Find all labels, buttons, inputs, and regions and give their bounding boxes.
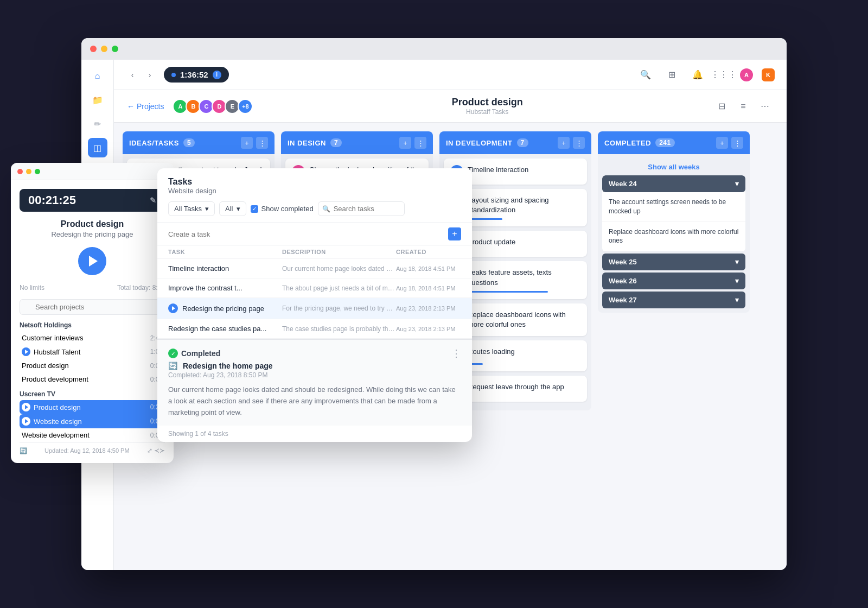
col-badge-ideas: 5	[183, 138, 195, 147]
sidebar-icon-folder[interactable]: 📁	[88, 90, 107, 110]
search-button[interactable]: 🔍	[637, 66, 654, 84]
sidebar-icon-edit[interactable]: ✏	[88, 114, 107, 134]
timer-display: 1:36:52 i	[164, 67, 229, 83]
week-24-item-2[interactable]: Replace deashboard icons with more color…	[602, 222, 745, 252]
project-item-active[interactable]: Website design 0:00	[20, 414, 165, 428]
show-completed-label: Show completed	[261, 205, 314, 213]
week-24-label: Week 24	[609, 180, 637, 188]
create-task-input[interactable]	[168, 230, 448, 238]
project-name: Product design	[34, 403, 150, 411]
play-icon-active	[22, 403, 30, 411]
week-25-header[interactable]: Week 25 ▾	[602, 254, 745, 270]
col-more-btn-indesign[interactable]: ⋮	[414, 137, 426, 149]
col-badge-completed: 241	[655, 138, 675, 147]
col-more-btn-ideas[interactable]: ⋮	[256, 137, 268, 149]
task-row-active[interactable]: Redesign the pricing page For the pricin…	[157, 298, 472, 319]
project-name: Product design	[22, 362, 150, 370]
project-item[interactable]: Website development 0:00	[20, 428, 165, 442]
all-tasks-select[interactable]: All Tasks ▾	[168, 201, 215, 216]
project-item[interactable]: Hubstaff Talent 1:02	[20, 345, 165, 359]
project-item[interactable]: Product design 0:00	[20, 359, 165, 372]
completed-check-icon: ✓	[168, 349, 178, 358]
week-26-header[interactable]: Week 26 ▾	[602, 273, 745, 289]
tracker-body: 00:21:25 ✎ Product design Redesign the p…	[11, 180, 174, 463]
track-task-name: Redesign the pricing page	[20, 230, 165, 238]
show-completed-checkbox[interactable]: ✓ Show completed	[251, 205, 314, 213]
play-button[interactable]	[78, 247, 106, 275]
col-header-actions-indev: + ⋮	[558, 137, 585, 149]
task-row[interactable]: Timeline interaction Our current home pa…	[157, 259, 472, 278]
col-header-created: CREATED	[396, 249, 461, 255]
week-24-header[interactable]: Week 24 ▾	[602, 175, 745, 192]
maximize-button[interactable]	[112, 46, 118, 52]
col-add-btn-completed[interactable]: +	[716, 137, 728, 149]
minimize-button[interactable]	[101, 46, 107, 52]
checkbox-icon: ✓	[251, 205, 258, 213]
updated-time: Updated: Aug 12, 2018 4:50 PM	[44, 447, 130, 454]
showing-count: Showing 1 of 4 tasks	[157, 426, 472, 442]
task-desc: For the pricing page, we need to try out…	[282, 305, 396, 312]
second-filter-select[interactable]: All ▾	[219, 201, 246, 216]
filter-button[interactable]: ≡	[735, 98, 752, 115]
tracker-popup: ⋯ 00:21:25 ✎ Product design Redesign the…	[11, 163, 174, 463]
week-24-item-1[interactable]: The account settings screen needs to be …	[602, 192, 745, 222]
task-search-input[interactable]	[318, 201, 405, 216]
header-avatars: A B C D E +8	[173, 99, 253, 114]
week-chevron: ▾	[735, 296, 739, 304]
nav-back-button[interactable]: ‹	[125, 67, 140, 83]
col-label-ideas: IDEAS/TASKS	[129, 139, 179, 147]
user-avatar[interactable]: A	[739, 67, 754, 83]
timer-big-display: 00:21:25 ✎	[20, 189, 165, 212]
col-add-btn-indev[interactable]: +	[558, 137, 570, 149]
task-search-wrap: 🔍	[318, 201, 461, 216]
week-27-header[interactable]: Week 27 ▾	[602, 292, 745, 308]
nav-forward-button[interactable]: ›	[142, 67, 157, 83]
add-task-button[interactable]: +	[448, 227, 461, 240]
play-triangle-blue	[25, 405, 28, 409]
week-25-label: Week 25	[609, 258, 637, 266]
col-add-btn-indesign[interactable]: +	[399, 137, 411, 149]
completed-more-button[interactable]: ⋮	[451, 347, 461, 359]
task-desc: The about page just needs a bit of makeu…	[282, 284, 396, 292]
task-date: Aug 18, 2018 4:51 PM	[396, 285, 461, 292]
expand-icons[interactable]: ⤢ ≺≻	[147, 447, 165, 454]
task-row[interactable]: Redesign the case studies pa... The case…	[157, 319, 472, 339]
company-header-uscreen: Uscreen TV	[20, 390, 165, 398]
col-more-btn-indev[interactable]: ⋮	[573, 137, 585, 149]
grid-button[interactable]: ⋮⋮⋮	[715, 66, 732, 84]
more-button[interactable]: ⋯	[756, 98, 774, 115]
tasks-modal-subtitle: Website design	[168, 187, 461, 195]
week-27-label: Week 27	[609, 296, 637, 304]
completed-task-name: Redesign the home page	[183, 362, 273, 370]
columns-button[interactable]: ⊞	[663, 66, 680, 84]
show-all-weeks-link[interactable]: Show all weeks	[602, 159, 745, 175]
col-more-btn-completed[interactable]: ⋮	[731, 137, 743, 149]
task-title: Replace deashboard icons with more color…	[468, 310, 580, 330]
project-name: Website design	[34, 417, 150, 426]
project-item[interactable]: Product development 0:00	[20, 372, 165, 386]
sidebar-icon-home[interactable]: ⌂	[88, 66, 107, 86]
tracker-close[interactable]	[17, 169, 23, 174]
timer-info-icon: i	[213, 71, 221, 79]
updated-text: 🔄 Updated: Aug 12, 2018 4:50 PM ⤢ ≺≻	[20, 442, 165, 454]
task-title: Timeline interaction	[468, 165, 580, 175]
create-task-row: +	[157, 223, 472, 245]
back-link[interactable]: ← Projects	[127, 102, 164, 111]
user-avatar-k[interactable]: K	[761, 67, 776, 83]
project-item-active[interactable]: Product design 0:21	[20, 400, 165, 414]
project-item[interactable]: Customer inteviews 2:42	[20, 331, 165, 345]
search-projects-input[interactable]	[20, 299, 165, 315]
view-toggle-button[interactable]: ⊟	[713, 98, 730, 115]
task-row[interactable]: Improve the contrast t... The about page…	[157, 278, 472, 298]
tracker-minimize[interactable]	[26, 169, 31, 174]
project-name: Customer inteviews	[22, 334, 150, 342]
tracker-maximize[interactable]	[35, 169, 40, 174]
project-subtitle: Hubstaff Tasks	[261, 108, 713, 116]
sidebar-icon-projects[interactable]: ◫	[88, 138, 107, 157]
notifications-button[interactable]: 🔔	[689, 66, 706, 84]
updated-label: 🔄	[20, 447, 27, 454]
close-button[interactable]	[90, 46, 97, 52]
edit-icon[interactable]: ✎	[150, 196, 156, 205]
timer-dot	[171, 73, 176, 77]
col-add-btn-ideas[interactable]: +	[241, 137, 253, 149]
